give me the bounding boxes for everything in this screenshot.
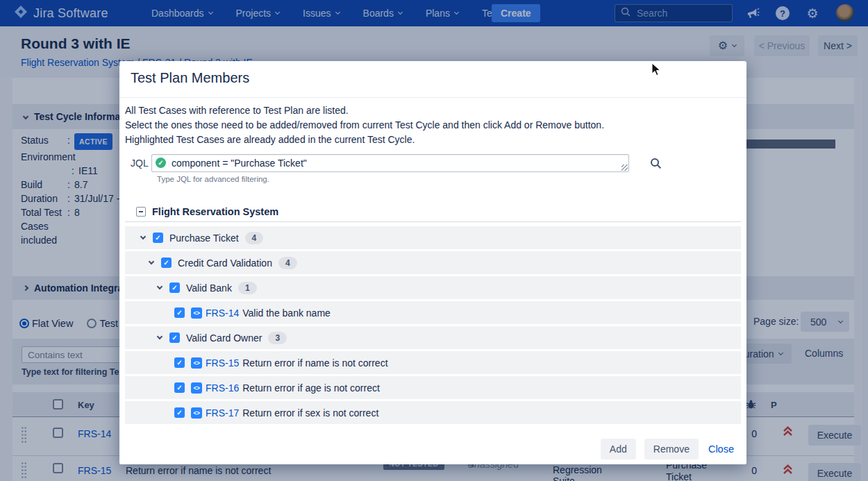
jql-helper-text: Type JQL for advanced filtering. [157, 175, 741, 183]
close-button[interactable]: Close [707, 444, 735, 455]
count-badge: 1 [238, 282, 257, 294]
chevron-down-icon[interactable] [149, 259, 154, 264]
count-badge: 4 [245, 232, 264, 244]
test-case-icon: <> [191, 357, 202, 369]
test-plan-members-dialog: Test Plan Members All Test Cases with re… [119, 61, 746, 464]
tree-node-case[interactable]: ✓<>FRS-15Return error if name is not cor… [125, 351, 741, 374]
test-case-key[interactable]: FRS-17 [206, 407, 239, 419]
jql-textarea-wrap: ✓ [151, 154, 629, 172]
node-label: Return error if sex is not correct [242, 407, 378, 419]
tree-node-suite[interactable]: ✓Credit Card Validation4 [125, 251, 741, 274]
test-case-key[interactable]: FRS-14 [206, 307, 239, 319]
node-checkbox[interactable]: ✓ [174, 307, 185, 318]
collapse-icon[interactable] [136, 207, 146, 217]
node-checkbox[interactable]: ✓ [169, 282, 180, 293]
count-badge: 4 [278, 257, 297, 269]
node-label: Purchase Ticket [169, 233, 239, 244]
resize-handle-icon[interactable] [621, 164, 628, 171]
jql-label: JQL [131, 158, 151, 169]
test-case-key[interactable]: FRS-15 [206, 357, 239, 369]
node-label: Valid the bank name [242, 307, 331, 319]
description-line: All Test Cases with reference to Test Pl… [125, 103, 741, 118]
jql-input[interactable] [151, 154, 629, 172]
description-line: Select the ones those need to be added/r… [125, 118, 741, 133]
description-line: Highlighted Test Cases are already added… [125, 133, 741, 147]
dialog-description: All Test Cases with reference to Test Pl… [125, 103, 741, 147]
test-case-key[interactable]: FRS-16 [206, 382, 239, 394]
dialog-footer: Add Remove Close [119, 434, 746, 464]
dialog-title: Test Plan Members [131, 70, 249, 85]
node-checkbox[interactable]: ✓ [174, 407, 185, 418]
remove-button[interactable]: Remove [644, 439, 699, 459]
node-label: Return error if name is not correct [242, 357, 387, 369]
test-case-icon: <> [191, 407, 202, 419]
tree-node-case[interactable]: ✓<>FRS-14Valid the bank name [125, 301, 741, 324]
tree-root-node[interactable]: Flight Reservation System [125, 201, 741, 222]
mouse-cursor [651, 62, 661, 79]
test-case-icon: <> [191, 307, 202, 319]
tree-root-label: Flight Reservation System [152, 206, 278, 217]
jql-row: JQL ✓ [125, 154, 741, 172]
test-case-tree: Flight Reservation System ✓Purchase Tick… [125, 201, 741, 434]
tree-node-case[interactable]: ✓<>FRS-17Return error if sex is not corr… [125, 401, 741, 424]
tree-node-suite[interactable]: ✓Valid Bank1 [125, 276, 741, 299]
node-checkbox[interactable]: ✓ [174, 382, 185, 393]
node-label: Valid Card Owner [186, 332, 262, 344]
node-label: Valid Bank [186, 282, 232, 294]
node-label: Return error if age is not correct [242, 382, 380, 394]
tree-node-suite[interactable]: ✓Valid Card Owner3 [125, 326, 741, 349]
node-checkbox[interactable]: ✓ [161, 258, 172, 268]
test-case-icon: <> [191, 382, 202, 394]
tree-rows: ✓Purchase Ticket4✓Credit Card Validation… [125, 226, 741, 424]
chevron-down-icon[interactable] [140, 234, 146, 239]
tree-node-case[interactable]: ✓<>FRS-16Return error if age is not corr… [125, 376, 741, 399]
chevron-down-icon[interactable] [157, 284, 162, 289]
dialog-body: All Test Cases with reference to Test Pl… [119, 98, 746, 434]
jql-search-button[interactable] [650, 158, 662, 169]
node-checkbox[interactable]: ✓ [153, 233, 163, 243]
node-label: Credit Card Validation [178, 258, 272, 269]
tree-row-clipped [125, 426, 741, 434]
app-window: Jira Software DashboardsProjectsIssuesBo… [0, 0, 868, 481]
node-checkbox[interactable]: ✓ [174, 357, 185, 368]
chevron-down-icon[interactable] [157, 334, 162, 339]
node-checkbox[interactable]: ✓ [169, 332, 180, 343]
tree-node-suite[interactable]: ✓Purchase Ticket4 [125, 226, 741, 249]
jql-valid-icon: ✓ [156, 158, 166, 168]
add-button[interactable]: Add [601, 439, 636, 459]
count-badge: 3 [268, 332, 287, 344]
